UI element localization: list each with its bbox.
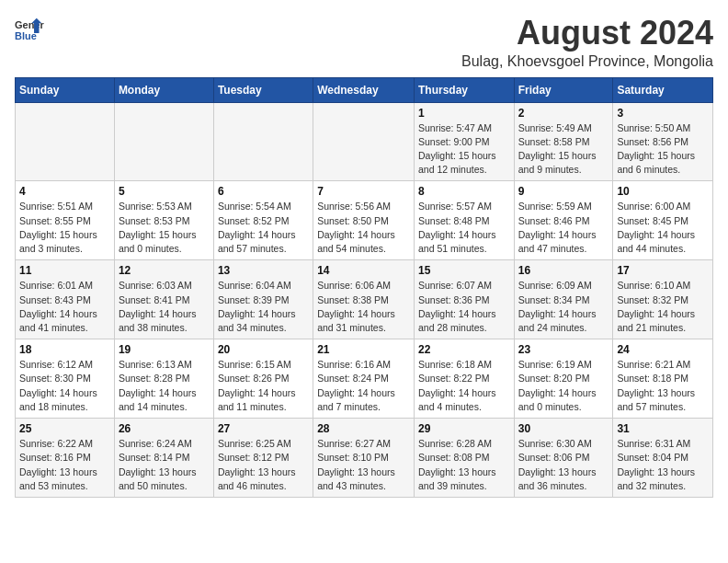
day-detail: Sunrise: 5:49 AM Sunset: 8:58 PM Dayligh… — [518, 121, 609, 178]
day-cell — [16, 102, 115, 181]
day-cell: 31Sunrise: 6:31 AM Sunset: 8:04 PM Dayli… — [613, 419, 713, 498]
header-cell-sunday: Sunday — [16, 77, 115, 102]
svg-text:Blue: Blue — [15, 30, 37, 41]
day-number: 18 — [19, 343, 110, 356]
day-detail: Sunrise: 6:31 AM Sunset: 8:04 PM Dayligh… — [617, 437, 709, 493]
day-detail: Sunrise: 6:03 AM Sunset: 8:41 PM Dayligh… — [119, 279, 210, 335]
day-number: 25 — [19, 422, 110, 435]
day-number: 8 — [418, 185, 510, 198]
day-number: 11 — [19, 264, 110, 277]
day-detail: Sunrise: 5:56 AM Sunset: 8:50 PM Dayligh… — [317, 200, 410, 256]
day-detail: Sunrise: 6:01 AM Sunset: 8:43 PM Dayligh… — [19, 279, 110, 335]
day-cell: 9Sunrise: 5:59 AM Sunset: 8:46 PM Daylig… — [514, 181, 613, 260]
day-number: 15 — [418, 264, 510, 277]
day-cell — [114, 102, 213, 181]
day-cell — [313, 102, 415, 181]
day-detail: Sunrise: 5:59 AM Sunset: 8:46 PM Dayligh… — [518, 200, 609, 256]
day-cell: 27Sunrise: 6:25 AM Sunset: 8:12 PM Dayli… — [213, 419, 313, 498]
day-detail: Sunrise: 6:28 AM Sunset: 8:08 PM Dayligh… — [418, 437, 510, 493]
day-cell: 26Sunrise: 6:24 AM Sunset: 8:14 PM Dayli… — [114, 419, 213, 498]
day-number: 26 — [119, 422, 210, 435]
week-row-4: 18Sunrise: 6:12 AM Sunset: 8:30 PM Dayli… — [16, 339, 713, 419]
day-number: 28 — [317, 422, 410, 435]
day-number: 9 — [518, 185, 609, 198]
day-cell: 1Sunrise: 5:47 AM Sunset: 9:00 PM Daylig… — [414, 102, 514, 181]
day-cell: 3Sunrise: 5:50 AM Sunset: 8:56 PM Daylig… — [613, 102, 713, 181]
day-cell: 22Sunrise: 6:18 AM Sunset: 8:22 PM Dayli… — [414, 339, 514, 419]
day-cell: 16Sunrise: 6:09 AM Sunset: 8:34 PM Dayli… — [514, 260, 613, 339]
day-detail: Sunrise: 5:57 AM Sunset: 8:48 PM Dayligh… — [418, 200, 510, 256]
day-number: 6 — [218, 185, 309, 198]
header-cell-tuesday: Tuesday — [213, 77, 313, 102]
day-number: 29 — [418, 422, 510, 435]
day-cell: 17Sunrise: 6:10 AM Sunset: 8:32 PM Dayli… — [613, 260, 713, 339]
day-detail: Sunrise: 5:51 AM Sunset: 8:55 PM Dayligh… — [19, 200, 110, 256]
day-detail: Sunrise: 5:47 AM Sunset: 9:00 PM Dayligh… — [418, 121, 510, 178]
header-row: SundayMondayTuesdayWednesdayThursdayFrid… — [16, 77, 713, 102]
day-detail: Sunrise: 6:24 AM Sunset: 8:14 PM Dayligh… — [119, 437, 210, 493]
day-cell: 25Sunrise: 6:22 AM Sunset: 8:16 PM Dayli… — [16, 419, 115, 498]
header-cell-monday: Monday — [114, 77, 213, 102]
day-number: 4 — [19, 185, 110, 198]
day-number: 1 — [418, 107, 510, 120]
day-cell: 19Sunrise: 6:13 AM Sunset: 8:28 PM Dayli… — [114, 339, 213, 419]
day-detail: Sunrise: 6:19 AM Sunset: 8:20 PM Dayligh… — [518, 358, 609, 414]
calendar-table: SundayMondayTuesdayWednesdayThursdayFrid… — [15, 77, 713, 498]
week-row-1: 1Sunrise: 5:47 AM Sunset: 9:00 PM Daylig… — [16, 102, 713, 181]
day-cell: 23Sunrise: 6:19 AM Sunset: 8:20 PM Dayli… — [514, 339, 613, 419]
calendar-body: 1Sunrise: 5:47 AM Sunset: 9:00 PM Daylig… — [16, 102, 713, 497]
day-cell: 20Sunrise: 6:15 AM Sunset: 8:26 PM Dayli… — [213, 339, 313, 419]
day-number: 10 — [617, 185, 709, 198]
logo: GeneralBlue — [15, 15, 44, 44]
day-cell: 28Sunrise: 6:27 AM Sunset: 8:10 PM Dayli… — [313, 419, 415, 498]
day-detail: Sunrise: 6:30 AM Sunset: 8:06 PM Dayligh… — [518, 437, 609, 493]
day-detail: Sunrise: 6:12 AM Sunset: 8:30 PM Dayligh… — [19, 358, 110, 414]
week-row-3: 11Sunrise: 6:01 AM Sunset: 8:43 PM Dayli… — [16, 260, 713, 339]
day-number: 22 — [418, 343, 510, 356]
day-cell: 18Sunrise: 6:12 AM Sunset: 8:30 PM Dayli… — [16, 339, 115, 419]
day-cell: 21Sunrise: 6:16 AM Sunset: 8:24 PM Dayli… — [313, 339, 415, 419]
day-cell: 14Sunrise: 6:06 AM Sunset: 8:38 PM Dayli… — [313, 260, 415, 339]
day-detail: Sunrise: 6:18 AM Sunset: 8:22 PM Dayligh… — [418, 358, 510, 414]
day-detail: Sunrise: 6:15 AM Sunset: 8:26 PM Dayligh… — [218, 358, 309, 414]
day-number: 7 — [317, 185, 410, 198]
day-cell: 24Sunrise: 6:21 AM Sunset: 8:18 PM Dayli… — [613, 339, 713, 419]
day-detail: Sunrise: 5:54 AM Sunset: 8:52 PM Dayligh… — [218, 200, 309, 256]
day-number: 19 — [119, 343, 210, 356]
day-number: 24 — [617, 343, 709, 356]
day-cell: 6Sunrise: 5:54 AM Sunset: 8:52 PM Daylig… — [213, 181, 313, 260]
day-number: 20 — [218, 343, 309, 356]
title-block: August 2024 Bulag, Khoevsgoel Province, … — [461, 15, 713, 70]
day-number: 17 — [617, 264, 709, 277]
day-cell: 4Sunrise: 5:51 AM Sunset: 8:55 PM Daylig… — [16, 181, 115, 260]
header-cell-wednesday: Wednesday — [313, 77, 415, 102]
day-cell — [213, 102, 313, 181]
day-number: 14 — [317, 264, 410, 277]
day-number: 2 — [518, 107, 609, 120]
day-cell: 10Sunrise: 6:00 AM Sunset: 8:45 PM Dayli… — [613, 181, 713, 260]
day-number: 5 — [119, 185, 210, 198]
day-number: 27 — [218, 422, 309, 435]
day-cell: 7Sunrise: 5:56 AM Sunset: 8:50 PM Daylig… — [313, 181, 415, 260]
day-cell: 30Sunrise: 6:30 AM Sunset: 8:06 PM Dayli… — [514, 419, 613, 498]
day-number: 12 — [119, 264, 210, 277]
day-cell: 15Sunrise: 6:07 AM Sunset: 8:36 PM Dayli… — [414, 260, 514, 339]
day-detail: Sunrise: 6:06 AM Sunset: 8:38 PM Dayligh… — [317, 279, 410, 335]
week-row-5: 25Sunrise: 6:22 AM Sunset: 8:16 PM Dayli… — [16, 419, 713, 498]
day-cell: 2Sunrise: 5:49 AM Sunset: 8:58 PM Daylig… — [514, 102, 613, 181]
day-detail: Sunrise: 6:27 AM Sunset: 8:10 PM Dayligh… — [317, 437, 410, 493]
day-cell: 5Sunrise: 5:53 AM Sunset: 8:53 PM Daylig… — [114, 181, 213, 260]
month-title: August 2024 — [461, 15, 713, 52]
svg-text:General: General — [15, 19, 44, 30]
day-number: 13 — [218, 264, 309, 277]
day-detail: Sunrise: 6:00 AM Sunset: 8:45 PM Dayligh… — [617, 200, 709, 256]
day-number: 16 — [518, 264, 609, 277]
day-cell: 13Sunrise: 6:04 AM Sunset: 8:39 PM Dayli… — [213, 260, 313, 339]
day-detail: Sunrise: 6:16 AM Sunset: 8:24 PM Dayligh… — [317, 358, 410, 414]
day-detail: Sunrise: 6:04 AM Sunset: 8:39 PM Dayligh… — [218, 279, 309, 335]
day-detail: Sunrise: 6:10 AM Sunset: 8:32 PM Dayligh… — [617, 279, 709, 335]
day-detail: Sunrise: 6:07 AM Sunset: 8:36 PM Dayligh… — [418, 279, 510, 335]
day-detail: Sunrise: 5:50 AM Sunset: 8:56 PM Dayligh… — [617, 121, 709, 178]
day-number: 21 — [317, 343, 410, 356]
day-cell: 12Sunrise: 6:03 AM Sunset: 8:41 PM Dayli… — [114, 260, 213, 339]
